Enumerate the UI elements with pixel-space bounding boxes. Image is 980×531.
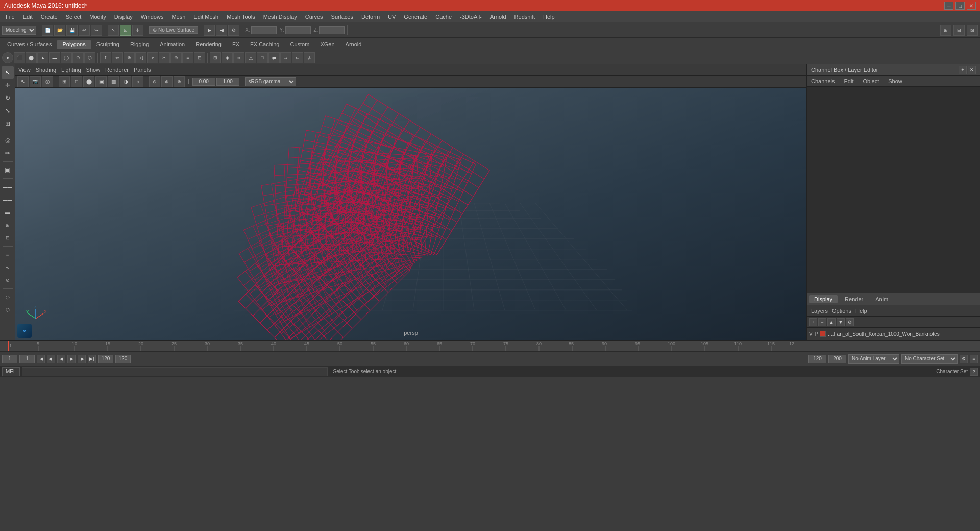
menu-display[interactable]: Display — [111, 13, 136, 21]
menu-generate[interactable]: Generate — [400, 13, 431, 21]
insert-edge-loop-icon[interactable]: ≡ — [182, 52, 193, 63]
vp-bookmark-icon[interactable]: ⊙ — [149, 76, 160, 87]
dp-subtab-help[interactable]: Help — [855, 308, 867, 314]
layer-btn1[interactable]: ▬▬ — [2, 181, 14, 193]
tab-rigging[interactable]: Rigging — [125, 40, 154, 49]
menu-edit[interactable]: Edit — [19, 13, 36, 21]
multi-cut-icon[interactable]: ✂ — [159, 52, 170, 63]
menu-help[interactable]: Help — [540, 13, 558, 21]
paint-tool-btn[interactable]: ✏ — [2, 147, 14, 159]
vp-isolate-icon[interactable]: ◎ — [42, 76, 53, 87]
vp-flat-icon[interactable]: ▣ — [95, 76, 107, 87]
layer-v-toggle[interactable]: V — [809, 331, 813, 337]
menu-select[interactable]: Select — [62, 13, 85, 21]
tab-animation[interactable]: Animation — [155, 40, 190, 49]
vp-smooth-icon[interactable]: ⬤ — [83, 76, 94, 87]
vp-value1-input[interactable] — [192, 78, 215, 86]
tab-fx-caching[interactable]: FX Caching — [245, 40, 284, 49]
end-frame-input[interactable] — [98, 355, 113, 363]
go-to-start-btn[interactable]: |◀ — [37, 355, 45, 363]
dp-subtab-layers[interactable]: Layers — [811, 308, 828, 314]
universal-manip-btn[interactable]: ⊞ — [2, 117, 14, 130]
renderer-menu[interactable]: Renderer — [105, 67, 129, 73]
menu-edit-mesh[interactable]: Edit Mesh — [190, 13, 222, 21]
menu-uv[interactable]: UV — [384, 13, 399, 21]
cb-expand-btn[interactable]: + — [959, 66, 967, 74]
move-icon[interactable]: ✛ — [132, 25, 143, 36]
layer-new-btn[interactable]: + — [809, 318, 817, 326]
tab-arnold-tab[interactable]: Arnold — [340, 40, 367, 49]
menu-modify[interactable]: Modify — [86, 13, 109, 21]
anim-settings-btn[interactable]: ⚙ — [960, 355, 968, 363]
maximize-button[interactable]: □ — [955, 2, 965, 10]
snap-grid-btn[interactable]: ⌗ — [2, 249, 14, 261]
go-to-end-btn[interactable]: ▶| — [88, 355, 96, 363]
weld-icon[interactable]: ◈ — [222, 52, 233, 63]
x-input[interactable] — [251, 26, 277, 34]
command-line[interactable] — [22, 367, 328, 376]
tab-custom[interactable]: Custom — [285, 40, 315, 49]
panels-menu[interactable]: Panels — [134, 67, 151, 73]
menu-windows[interactable]: Windows — [137, 13, 167, 21]
timeline-end-input[interactable] — [828, 355, 846, 363]
poly-cone-icon[interactable]: ▲ — [37, 52, 48, 63]
vp-ambient-icon[interactable]: ☼ — [132, 76, 143, 87]
workspace-dropdown[interactable]: Modeling — [2, 26, 36, 35]
y-input[interactable] — [285, 26, 311, 34]
save-scene-icon[interactable]: 💾 — [66, 25, 78, 36]
color-space-dropdown[interactable]: sRGB gamma — [245, 77, 296, 86]
minimize-button[interactable]: ─ — [944, 2, 953, 10]
poly-sphere-icon[interactable]: ● — [2, 52, 13, 63]
cb-tab-show[interactable]: Show — [886, 77, 904, 85]
menu-mesh-tools[interactable]: Mesh Tools — [223, 13, 258, 21]
timeline-ruler[interactable]: 1 5 10 15 20 25 30 35 40 45 50 55 60 — [0, 340, 980, 351]
tab-sculpting[interactable]: Sculpting — [91, 40, 125, 49]
redo-icon[interactable]: ↪ — [91, 25, 102, 36]
move-tool-btn[interactable]: ✛ — [2, 79, 14, 91]
layer-btn2[interactable]: ▬▬ — [2, 194, 14, 206]
layer-btn4[interactable]: ⊞ — [2, 219, 14, 231]
layer-up-btn[interactable]: ▲ — [827, 318, 836, 326]
vp-camera-icon[interactable]: 📷 — [30, 76, 41, 87]
play-forward-btn[interactable]: ▶ — [67, 355, 76, 363]
layer-item[interactable]: V P ....Fan_of_South_Korean_1000_Won_Ban… — [807, 328, 980, 340]
menu-deform[interactable]: Deform — [358, 13, 383, 21]
new-scene-icon[interactable]: 📄 — [42, 25, 53, 36]
vp-wire-icon[interactable]: □ — [71, 76, 82, 87]
open-scene-icon[interactable]: 📂 — [54, 25, 65, 36]
poly-disk-icon[interactable]: ⊙ — [72, 52, 84, 63]
render-icon[interactable]: ▶ — [204, 25, 215, 36]
cb-tab-channels[interactable]: Channels — [809, 77, 837, 85]
anim-extra-btn[interactable]: ≡ — [970, 355, 978, 363]
range-start-input[interactable] — [19, 355, 35, 363]
vp-grid-icon[interactable]: ⊞ — [59, 76, 70, 87]
xray-btn[interactable]: ◌ — [2, 291, 14, 303]
scale-tool-btn[interactable]: ⤡ — [2, 105, 14, 117]
wedge-icon[interactable]: ◁ — [135, 52, 146, 63]
wireframe-btn[interactable]: ⬡ — [2, 304, 14, 316]
menu-redshift[interactable]: Redshift — [511, 13, 538, 21]
soft-select-btn[interactable]: ◎ — [2, 134, 14, 147]
triangulate-icon[interactable]: △ — [245, 52, 256, 63]
vp-snap1-icon[interactable]: ⊕ — [161, 76, 173, 87]
viewport-canvas[interactable]: X Y Z M persp — [15, 88, 806, 340]
layout-icon3[interactable]: ⊠ — [967, 25, 978, 36]
smooth-icon[interactable]: ≈ — [233, 52, 244, 63]
menu-arnold[interactable]: Arnold — [486, 13, 510, 21]
timeline-start-input[interactable] — [808, 355, 826, 363]
separate-icon[interactable]: ⊄ — [304, 52, 315, 63]
menu-file[interactable]: File — [2, 13, 18, 21]
snap-curve-btn[interactable]: ∿ — [2, 261, 14, 274]
dp-subtab-options[interactable]: Options — [832, 308, 851, 314]
vp-value2-input[interactable] — [216, 78, 239, 86]
view-menu[interactable]: View — [18, 67, 31, 73]
layout-icon1[interactable]: ⊞ — [940, 25, 951, 36]
offset-edge-loop-icon[interactable]: ⊟ — [194, 52, 205, 63]
layout-icon2[interactable]: ⊟ — [953, 25, 965, 36]
title-bar-controls[interactable]: ─ □ ✕ — [944, 2, 976, 10]
dp-tab-anim[interactable]: Anim — [870, 295, 893, 303]
menu-curves[interactable]: Curves — [302, 13, 327, 21]
mel-python-toggle[interactable]: MEL — [2, 367, 20, 376]
play-back-btn[interactable]: ◀ — [57, 355, 65, 363]
range-end-input[interactable] — [115, 355, 131, 363]
